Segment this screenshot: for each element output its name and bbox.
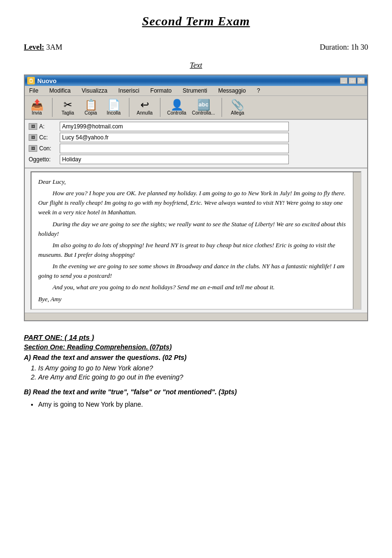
window-icon: 🗒 bbox=[27, 77, 35, 84]
window-title: 🗒 Nuovo bbox=[27, 77, 56, 84]
cc-icon: 🖼 bbox=[29, 134, 37, 141]
toolbar-separator-2 bbox=[129, 98, 129, 117]
maximize-button[interactable]: □ bbox=[349, 77, 356, 84]
toolbar-incolla[interactable]: 📄 Incolla bbox=[104, 99, 123, 116]
toolbar-invia[interactable]: 📤 Invia bbox=[27, 99, 46, 116]
toolbar-separator-4 bbox=[222, 98, 222, 117]
copy-icon: 📋 bbox=[85, 100, 97, 110]
level-info: Level: 3AM bbox=[24, 43, 62, 52]
toolbar-separator-1 bbox=[52, 98, 53, 117]
duration-info: Duration: 1h 30 bbox=[320, 43, 368, 52]
section-one-label: Section One: Reading Comprehension. (07p… bbox=[24, 343, 368, 351]
email-window: 🗒 Nuovo _ □ ✕ File Modifica Visualizza I… bbox=[24, 74, 368, 321]
con-row: 🖼 Con: bbox=[29, 144, 363, 153]
sub-b-label: B) Read the text and write "true", "fals… bbox=[24, 388, 368, 396]
menu-messaggio[interactable]: Messaggio bbox=[216, 87, 248, 95]
list-item: Is Amy going to go to New York alone? bbox=[38, 364, 368, 372]
toolbar-copia[interactable]: 📋 Copia bbox=[81, 99, 100, 116]
menu-formato[interactable]: Formato bbox=[148, 87, 174, 95]
part-one-label: PART ONE: ( 14 pts ) bbox=[24, 333, 368, 341]
exam-content: PART ONE: ( 14 pts ) Section One: Readin… bbox=[24, 333, 368, 408]
toolbar: 📤 Invia ✂ Taglia 📋 Copia 📄 Incolla ↩ Ann… bbox=[25, 96, 367, 120]
level-value: 3AM bbox=[46, 43, 63, 51]
undo-icon: ↩ bbox=[140, 100, 149, 110]
menu-file[interactable]: File bbox=[27, 87, 40, 95]
menu-strumenti[interactable]: Strumenti bbox=[181, 87, 209, 95]
subject-input[interactable]: Holiday bbox=[60, 155, 289, 164]
send-icon: 📤 bbox=[31, 100, 43, 110]
text-section-label: Text bbox=[24, 61, 368, 70]
attach-icon: 📎 bbox=[231, 100, 244, 110]
duration-text: Duration: 1h 30 bbox=[320, 43, 368, 51]
to-label: A: bbox=[39, 123, 44, 130]
toolbar-controlla2[interactable]: 🔤 Controlla... bbox=[191, 99, 216, 116]
list-item: Amy is going to New York by plane. bbox=[38, 400, 368, 408]
window-titlebar: 🗒 Nuovo _ □ ✕ bbox=[25, 75, 367, 86]
con-icon: 🖼 bbox=[29, 145, 37, 152]
menu-inserisci[interactable]: Inserisci bbox=[117, 87, 141, 95]
paste-icon: 📄 bbox=[107, 100, 120, 110]
to-row: 🖼 A: Amy1999@hotmail.com bbox=[29, 122, 363, 131]
to-icon: 🖼 bbox=[29, 123, 37, 130]
check-user-icon: 👤 bbox=[170, 100, 183, 110]
minimize-button[interactable]: _ bbox=[340, 77, 348, 84]
con-label: Con: bbox=[39, 145, 51, 152]
cc-label: Cc: bbox=[39, 134, 48, 141]
cut-icon: ✂ bbox=[64, 100, 72, 110]
menu-modifica[interactable]: Modifica bbox=[47, 87, 73, 95]
email-fields: 🖼 A: Amy1999@hotmail.com 🖼 Cc: Lucy 54@y… bbox=[25, 120, 367, 168]
window-controls[interactable]: _ □ ✕ bbox=[340, 77, 365, 84]
menu-visualizza[interactable]: Visualizza bbox=[80, 87, 109, 95]
toolbar-allega[interactable]: 📎 Allega bbox=[228, 99, 247, 116]
questions-list: Is Amy going to go to New York alone? Ar… bbox=[24, 364, 368, 381]
level-label: Level: bbox=[24, 43, 44, 51]
menu-help[interactable]: ? bbox=[255, 87, 262, 95]
email-body: Dear Lucy, How are you? I hope you are O… bbox=[31, 171, 361, 310]
toolbar-controlla1[interactable]: 👤 Controlla bbox=[166, 99, 187, 116]
page-title: Second Term Exam bbox=[24, 14, 368, 29]
toolbar-taglia[interactable]: ✂ Taglia bbox=[58, 99, 77, 116]
email-statusbar bbox=[25, 313, 367, 320]
spell-icon: 🔤 bbox=[197, 100, 210, 110]
con-input[interactable] bbox=[60, 144, 289, 153]
toolbar-separator-3 bbox=[160, 98, 160, 117]
menu-bar: File Modifica Visualizza Inserisci Forma… bbox=[25, 86, 367, 96]
email-scrollbar[interactable] bbox=[353, 172, 360, 309]
cc-input[interactable]: Lucy 54@yahoo.fr bbox=[60, 133, 289, 142]
cc-row: 🖼 Cc: Lucy 54@yahoo.fr bbox=[29, 133, 363, 142]
bullet-list: Amy is going to New York by plane. bbox=[24, 400, 368, 408]
list-item: Are Amy and Eric going to go out in the … bbox=[38, 373, 368, 381]
subject-row: Oggetto: Holiday bbox=[29, 155, 363, 164]
sub-a-label: A) Read the text and answer the question… bbox=[24, 354, 368, 361]
toolbar-annulla[interactable]: ↩ Annulla bbox=[135, 99, 154, 116]
close-button[interactable]: ✕ bbox=[357, 77, 365, 84]
to-input[interactable]: Amy1999@hotmail.com bbox=[60, 122, 289, 131]
oggetto-label: Oggetto: bbox=[29, 156, 51, 163]
